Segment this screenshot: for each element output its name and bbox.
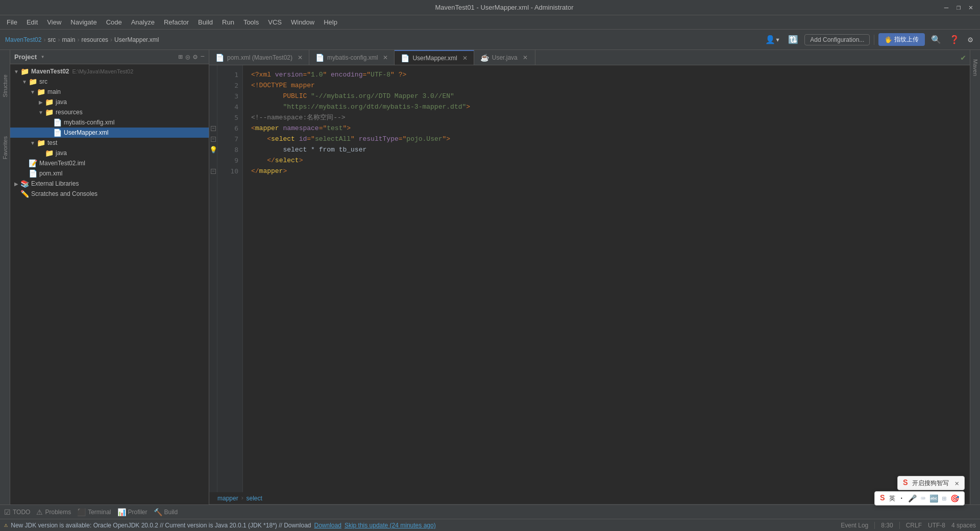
editor-content[interactable]: − − 💡 − <box>209 65 970 492</box>
tab-close-java[interactable]: ✕ <box>523 54 528 61</box>
breadcrumb-item-2[interactable]: main <box>62 36 75 43</box>
file-icon-mybatis: 📄 <box>53 118 62 127</box>
tab-mybatis-config[interactable]: 📄 mybatis-config.xml ✕ <box>309 50 395 65</box>
tab-close-pom[interactable]: ✕ <box>298 54 303 61</box>
menu-item-run[interactable]: Run <box>218 16 238 28</box>
editor-area: 📄 pom.xml (MavenTest02) ✕ 📄 mybatis-conf… <box>209 50 970 504</box>
bulb-icon-8[interactable]: 💡 <box>209 146 217 154</box>
menu-item-navigate[interactable]: Navigate <box>66 16 101 28</box>
menu-item-help[interactable]: Help <box>320 16 341 28</box>
menu-item-code[interactable]: Code <box>102 16 126 28</box>
code-editor[interactable]: <?xml version="1.0" encoding="UTF-8" ?> … <box>243 65 970 492</box>
breadcrumb-item-0[interactable]: MavenTest02 <box>5 36 41 43</box>
tree-item-pom[interactable]: 📄 pom.xml <box>10 168 209 179</box>
tree-label-java: java <box>56 98 67 106</box>
upload-button[interactable]: 🖐 指纹上传 <box>878 33 925 46</box>
breadcrumb-select[interactable]: select <box>247 495 262 502</box>
fold-icon-10[interactable]: − <box>211 169 216 174</box>
sogou-tool-text[interactable]: 🔤 <box>929 494 938 503</box>
minimize-button[interactable]: — <box>942 4 950 12</box>
problems-button[interactable]: ⚠ Problems <box>36 508 71 516</box>
sogou-tool-dot[interactable]: · <box>899 494 904 503</box>
settings-icon[interactable]: ⚙ <box>966 33 975 47</box>
sogou-close-button[interactable]: ✕ <box>955 479 959 488</box>
breadcrumb-item-1[interactable]: src <box>47 36 56 43</box>
menu-item-edit[interactable]: Edit <box>22 16 42 28</box>
collapse-all-icon[interactable]: ⊞ <box>178 53 182 61</box>
menu-item-view[interactable]: View <box>43 16 65 28</box>
tree-item-mybatis-config[interactable]: 📄 mybatis-config.xml <box>10 117 209 128</box>
tree-item-iml[interactable]: 📝 MavenTest02.iml <box>10 158 209 168</box>
breadcrumb-item-3[interactable]: resources <box>81 36 108 43</box>
maven-tab[interactable]: Maven <box>971 55 979 80</box>
event-log-button[interactable]: Event Log <box>841 522 868 529</box>
menu-item-tools[interactable]: Tools <box>239 16 263 28</box>
tab-user-java[interactable]: ☕ User.java ✕ <box>474 50 535 65</box>
tree-item-src[interactable]: ▼ 📁 src <box>10 77 209 87</box>
profiler-button[interactable]: 📊 Profiler <box>117 508 148 516</box>
terminal-button[interactable]: ⬛ Terminal <box>77 508 111 516</box>
tree-item-usermapper[interactable]: 📄 UserMapper.xml <box>10 128 209 138</box>
breadcrumb-mapper[interactable]: mapper <box>217 495 238 502</box>
tree-item-java[interactable]: ▶ 📁 java <box>10 97 209 107</box>
tree-item-main[interactable]: ▼ 📁 main <box>10 87 209 97</box>
tab-close-usermapper[interactable]: ✕ <box>462 55 468 62</box>
sogou-tool-keyboard[interactable]: ⌨ <box>921 494 925 503</box>
indent-indicator[interactable]: 4 spaces <box>951 522 976 529</box>
line-num-1: 1 <box>224 69 238 80</box>
line-col-indicator[interactable]: 8:30 <box>881 522 893 529</box>
search-icon[interactable]: 🔍 <box>929 33 943 47</box>
sync-icon[interactable]: 🔃 <box>786 33 800 47</box>
tree-item-test-java[interactable]: 📁 java <box>10 148 209 158</box>
tab-icon-pom: 📄 <box>215 54 224 62</box>
locate-icon[interactable]: ◎ <box>186 53 190 61</box>
structure-tab[interactable]: Structure <box>1 70 9 102</box>
line-sep-indicator[interactable]: UTF-8 <box>928 522 945 529</box>
tab-close-mybatis[interactable]: ✕ <box>383 54 388 61</box>
menu-item-file[interactable]: File <box>3 16 21 28</box>
encoding-indicator[interactable]: CRLF <box>906 522 922 529</box>
fold-icon-7[interactable]: − <box>211 137 216 142</box>
tree-item-maventest02[interactable]: ▼ 📁 MavenTest02 E:\MyJava\MavenTest02 <box>10 66 209 77</box>
title-bar: MavenTest01 - UserMapper.xml - Administr… <box>0 0 980 15</box>
help-icon[interactable]: ❓ <box>947 33 962 47</box>
tree-item-external-libs[interactable]: ▶ 📚 External Libraries <box>10 179 209 189</box>
fold-icon-6[interactable]: − <box>211 126 216 131</box>
tree-item-resources[interactable]: ▼ 📁 resources <box>10 107 209 117</box>
menu-item-vcs[interactable]: VCS <box>264 16 286 28</box>
menu-bar: FileEditViewNavigateCodeAnalyzeRefactorB… <box>0 15 980 30</box>
minimize-panel-icon[interactable]: − <box>201 53 205 61</box>
menu-item-refactor[interactable]: Refactor <box>160 16 193 28</box>
project-panel: Project ▾ ⊞ ◎ ⚙ − ▼ 📁 MavenTest02 E:\MyJ… <box>10 50 209 504</box>
maximize-button[interactable]: ❐ <box>954 4 963 12</box>
sogou-tool-en[interactable]: 英 <box>889 494 895 503</box>
tree-item-test[interactable]: ▼ 📁 test <box>10 138 209 148</box>
tree-label-resources: resources <box>56 109 83 116</box>
tree-label-main: main <box>47 88 61 95</box>
add-configuration-button[interactable]: Add Configuration... <box>804 34 870 45</box>
profiler-icon: 📊 <box>117 508 126 516</box>
tree-item-scratches[interactable]: ✏️ Scratches and Consoles <box>10 189 209 199</box>
line-num-3: 3 <box>224 91 238 102</box>
user-icon[interactable]: 👤▾ <box>763 33 782 47</box>
download-link[interactable]: Download <box>314 522 341 529</box>
menu-item-window[interactable]: Window <box>287 16 318 28</box>
menu-item-build[interactable]: Build <box>194 16 217 28</box>
settings-gear-icon[interactable]: ⚙ <box>193 53 197 61</box>
tab-usermapper[interactable]: 📄 UserMapper.xml ✕ <box>395 50 474 65</box>
breadcrumb-item-4[interactable]: UserMapper.xml <box>114 36 159 43</box>
close-button[interactable]: ✕ <box>967 4 975 12</box>
skip-link[interactable]: Skip this update (24 minutes ago) <box>345 522 436 529</box>
favorites-tab[interactable]: Favorites <box>1 132 9 163</box>
sogou-tool-s[interactable]: S <box>880 494 885 503</box>
sogou-tool-grid[interactable]: ⊞ <box>942 494 946 503</box>
menu-item-analyze[interactable]: Analyze <box>127 16 159 28</box>
build-button[interactable]: 🔨 Build <box>154 508 178 516</box>
build-icon: 🔨 <box>154 508 162 516</box>
todo-button[interactable]: ☑ TODO <box>4 508 30 516</box>
code-line-4: "https://mybatis.org/dtd/mybatis-3-mappe… <box>251 102 962 112</box>
project-dropdown-icon[interactable]: ▾ <box>41 53 44 61</box>
tab-pom-xml[interactable]: 📄 pom.xml (MavenTest02) ✕ <box>209 50 309 65</box>
sogou-tool-target[interactable]: 🎯 <box>950 494 959 503</box>
sogou-tool-mic[interactable]: 🎤 <box>908 494 917 503</box>
